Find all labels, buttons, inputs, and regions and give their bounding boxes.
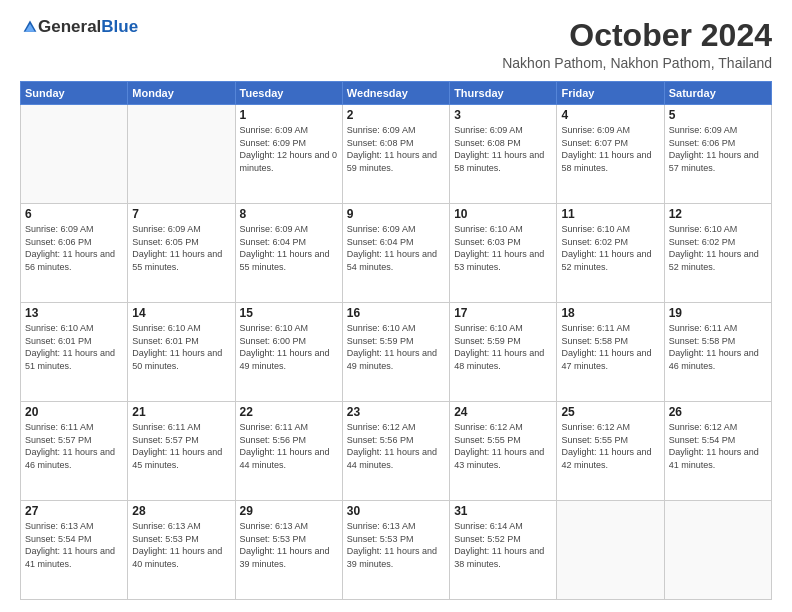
day-number: 7 xyxy=(132,207,230,221)
table-row: 4Sunrise: 6:09 AM Sunset: 6:07 PM Daylig… xyxy=(557,105,664,204)
header-row: Sunday Monday Tuesday Wednesday Thursday… xyxy=(21,82,772,105)
col-saturday: Saturday xyxy=(664,82,771,105)
day-number: 22 xyxy=(240,405,338,419)
table-row: 11Sunrise: 6:10 AM Sunset: 6:02 PM Dayli… xyxy=(557,204,664,303)
logo-blue: Blue xyxy=(101,18,138,35)
table-row: 8Sunrise: 6:09 AM Sunset: 6:04 PM Daylig… xyxy=(235,204,342,303)
day-info: Sunrise: 6:10 AM Sunset: 5:59 PM Dayligh… xyxy=(454,322,552,372)
col-wednesday: Wednesday xyxy=(342,82,449,105)
day-number: 13 xyxy=(25,306,123,320)
table-row: 9Sunrise: 6:09 AM Sunset: 6:04 PM Daylig… xyxy=(342,204,449,303)
header: GeneralBlue October 2024 Nakhon Pathom, … xyxy=(20,18,772,71)
day-number: 25 xyxy=(561,405,659,419)
day-info: Sunrise: 6:12 AM Sunset: 5:55 PM Dayligh… xyxy=(561,421,659,471)
table-row: 18Sunrise: 6:11 AM Sunset: 5:58 PM Dayli… xyxy=(557,303,664,402)
day-info: Sunrise: 6:10 AM Sunset: 6:03 PM Dayligh… xyxy=(454,223,552,273)
day-info: Sunrise: 6:14 AM Sunset: 5:52 PM Dayligh… xyxy=(454,520,552,570)
week-row-3: 13Sunrise: 6:10 AM Sunset: 6:01 PM Dayli… xyxy=(21,303,772,402)
day-number: 14 xyxy=(132,306,230,320)
day-number: 24 xyxy=(454,405,552,419)
day-number: 18 xyxy=(561,306,659,320)
logo: GeneralBlue xyxy=(20,18,138,35)
table-row: 13Sunrise: 6:10 AM Sunset: 6:01 PM Dayli… xyxy=(21,303,128,402)
table-row: 29Sunrise: 6:13 AM Sunset: 5:53 PM Dayli… xyxy=(235,501,342,600)
day-info: Sunrise: 6:09 AM Sunset: 6:04 PM Dayligh… xyxy=(347,223,445,273)
day-number: 1 xyxy=(240,108,338,122)
day-number: 11 xyxy=(561,207,659,221)
table-row: 27Sunrise: 6:13 AM Sunset: 5:54 PM Dayli… xyxy=(21,501,128,600)
day-info: Sunrise: 6:09 AM Sunset: 6:08 PM Dayligh… xyxy=(454,124,552,174)
day-number: 2 xyxy=(347,108,445,122)
table-row: 21Sunrise: 6:11 AM Sunset: 5:57 PM Dayli… xyxy=(128,402,235,501)
day-number: 8 xyxy=(240,207,338,221)
day-info: Sunrise: 6:10 AM Sunset: 6:01 PM Dayligh… xyxy=(132,322,230,372)
month-title: October 2024 xyxy=(502,18,772,53)
week-row-4: 20Sunrise: 6:11 AM Sunset: 5:57 PM Dayli… xyxy=(21,402,772,501)
day-info: Sunrise: 6:10 AM Sunset: 6:00 PM Dayligh… xyxy=(240,322,338,372)
day-info: Sunrise: 6:13 AM Sunset: 5:53 PM Dayligh… xyxy=(347,520,445,570)
day-info: Sunrise: 6:10 AM Sunset: 5:59 PM Dayligh… xyxy=(347,322,445,372)
day-info: Sunrise: 6:11 AM Sunset: 5:57 PM Dayligh… xyxy=(132,421,230,471)
logo-icon xyxy=(22,19,38,35)
table-row: 5Sunrise: 6:09 AM Sunset: 6:06 PM Daylig… xyxy=(664,105,771,204)
location-subtitle: Nakhon Pathom, Nakhon Pathom, Thailand xyxy=(502,55,772,71)
table-row: 26Sunrise: 6:12 AM Sunset: 5:54 PM Dayli… xyxy=(664,402,771,501)
day-number: 29 xyxy=(240,504,338,518)
table-row: 6Sunrise: 6:09 AM Sunset: 6:06 PM Daylig… xyxy=(21,204,128,303)
day-info: Sunrise: 6:12 AM Sunset: 5:56 PM Dayligh… xyxy=(347,421,445,471)
table-row: 16Sunrise: 6:10 AM Sunset: 5:59 PM Dayli… xyxy=(342,303,449,402)
day-number: 6 xyxy=(25,207,123,221)
day-info: Sunrise: 6:11 AM Sunset: 5:58 PM Dayligh… xyxy=(561,322,659,372)
table-row: 7Sunrise: 6:09 AM Sunset: 6:05 PM Daylig… xyxy=(128,204,235,303)
week-row-5: 27Sunrise: 6:13 AM Sunset: 5:54 PM Dayli… xyxy=(21,501,772,600)
day-info: Sunrise: 6:13 AM Sunset: 5:54 PM Dayligh… xyxy=(25,520,123,570)
calendar-table: Sunday Monday Tuesday Wednesday Thursday… xyxy=(20,81,772,600)
col-tuesday: Tuesday xyxy=(235,82,342,105)
table-row xyxy=(664,501,771,600)
table-row: 3Sunrise: 6:09 AM Sunset: 6:08 PM Daylig… xyxy=(450,105,557,204)
day-info: Sunrise: 6:09 AM Sunset: 6:04 PM Dayligh… xyxy=(240,223,338,273)
table-row: 10Sunrise: 6:10 AM Sunset: 6:03 PM Dayli… xyxy=(450,204,557,303)
day-number: 19 xyxy=(669,306,767,320)
table-row: 30Sunrise: 6:13 AM Sunset: 5:53 PM Dayli… xyxy=(342,501,449,600)
day-number: 31 xyxy=(454,504,552,518)
table-row: 31Sunrise: 6:14 AM Sunset: 5:52 PM Dayli… xyxy=(450,501,557,600)
day-number: 15 xyxy=(240,306,338,320)
day-info: Sunrise: 6:10 AM Sunset: 6:01 PM Dayligh… xyxy=(25,322,123,372)
day-info: Sunrise: 6:12 AM Sunset: 5:55 PM Dayligh… xyxy=(454,421,552,471)
day-number: 3 xyxy=(454,108,552,122)
day-info: Sunrise: 6:13 AM Sunset: 5:53 PM Dayligh… xyxy=(240,520,338,570)
day-info: Sunrise: 6:09 AM Sunset: 6:09 PM Dayligh… xyxy=(240,124,338,174)
day-number: 5 xyxy=(669,108,767,122)
day-info: Sunrise: 6:09 AM Sunset: 6:07 PM Dayligh… xyxy=(561,124,659,174)
day-info: Sunrise: 6:09 AM Sunset: 6:08 PM Dayligh… xyxy=(347,124,445,174)
day-number: 26 xyxy=(669,405,767,419)
day-info: Sunrise: 6:11 AM Sunset: 5:56 PM Dayligh… xyxy=(240,421,338,471)
table-row: 12Sunrise: 6:10 AM Sunset: 6:02 PM Dayli… xyxy=(664,204,771,303)
table-row: 15Sunrise: 6:10 AM Sunset: 6:00 PM Dayli… xyxy=(235,303,342,402)
table-row: 24Sunrise: 6:12 AM Sunset: 5:55 PM Dayli… xyxy=(450,402,557,501)
day-info: Sunrise: 6:12 AM Sunset: 5:54 PM Dayligh… xyxy=(669,421,767,471)
col-thursday: Thursday xyxy=(450,82,557,105)
title-block: October 2024 Nakhon Pathom, Nakhon Patho… xyxy=(502,18,772,71)
day-info: Sunrise: 6:09 AM Sunset: 6:06 PM Dayligh… xyxy=(25,223,123,273)
logo-general: General xyxy=(38,18,101,35)
table-row: 25Sunrise: 6:12 AM Sunset: 5:55 PM Dayli… xyxy=(557,402,664,501)
table-row: 19Sunrise: 6:11 AM Sunset: 5:58 PM Dayli… xyxy=(664,303,771,402)
day-number: 27 xyxy=(25,504,123,518)
table-row: 28Sunrise: 6:13 AM Sunset: 5:53 PM Dayli… xyxy=(128,501,235,600)
day-number: 9 xyxy=(347,207,445,221)
day-info: Sunrise: 6:09 AM Sunset: 6:05 PM Dayligh… xyxy=(132,223,230,273)
col-sunday: Sunday xyxy=(21,82,128,105)
day-info: Sunrise: 6:13 AM Sunset: 5:53 PM Dayligh… xyxy=(132,520,230,570)
day-info: Sunrise: 6:11 AM Sunset: 5:57 PM Dayligh… xyxy=(25,421,123,471)
table-row: 1Sunrise: 6:09 AM Sunset: 6:09 PM Daylig… xyxy=(235,105,342,204)
table-row: 23Sunrise: 6:12 AM Sunset: 5:56 PM Dayli… xyxy=(342,402,449,501)
day-number: 30 xyxy=(347,504,445,518)
day-number: 17 xyxy=(454,306,552,320)
table-row xyxy=(557,501,664,600)
day-number: 21 xyxy=(132,405,230,419)
col-friday: Friday xyxy=(557,82,664,105)
day-info: Sunrise: 6:10 AM Sunset: 6:02 PM Dayligh… xyxy=(561,223,659,273)
day-number: 12 xyxy=(669,207,767,221)
